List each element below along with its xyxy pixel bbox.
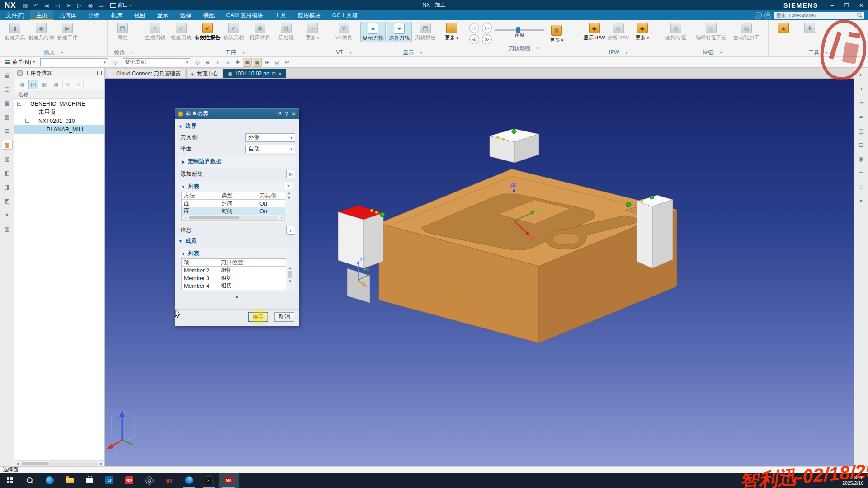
taskbar-nx[interactable]: NX (219, 473, 239, 488)
selection-bar-icon[interactable]: ▣ (243, 58, 252, 67)
tree-row[interactable]: PLANAR_MILL (14, 125, 104, 134)
qat-icon[interactable]: ↶ (32, 1, 41, 9)
pin-icon[interactable]: ⊡ (272, 71, 275, 76)
info-button[interactable]: i (286, 226, 295, 235)
play-backward-button[interactable]: ◁ (469, 23, 479, 33)
selection-bar-icon[interactable]: ⊞ (263, 58, 272, 67)
ribbon-button[interactable]: ◔更多 (439, 22, 464, 41)
ribbon-tab[interactable]: GC工具箱 (326, 10, 363, 20)
resource-bar-item[interactable]: ◨ (2, 182, 13, 192)
play-forward-button[interactable]: ▷ (482, 23, 492, 33)
ribbon-button[interactable]: ◇分析 IPW (607, 22, 630, 41)
resource-bar-item[interactable]: ◉ (856, 154, 867, 164)
tree-row[interactable]: − GENERIC_MACHINE (14, 99, 104, 108)
member-row[interactable]: Member 3 相切 (182, 274, 286, 282)
ribbon-tab[interactable]: 几何体 (53, 10, 82, 20)
qat-icon[interactable]: ▷ (75, 1, 84, 9)
scroll-right-arrow[interactable]: ► (98, 461, 104, 466)
taskbar-3d-viewer[interactable] (139, 473, 159, 488)
navigator-tool-icon[interactable]: ⊠ (74, 80, 84, 89)
dialog-collapse-arrow[interactable]: ▲ (179, 293, 295, 300)
resource-bar-item[interactable]: ▨ (2, 154, 13, 164)
ribbon-tab[interactable]: 文件(F) (0, 10, 30, 20)
selection-filter-icon[interactable]: ▽ (111, 58, 120, 67)
ribbon-button[interactable]: ◇编辑特征工艺 (694, 22, 728, 41)
qat-icon[interactable]: ➤ (64, 1, 73, 9)
command-search[interactable] (774, 12, 864, 19)
resource-bar-item[interactable]: ▰ (856, 112, 867, 122)
command-search-input[interactable] (774, 13, 857, 18)
ribbon-button[interactable]: ⋯更多 (300, 22, 325, 41)
dialog-close-icon[interactable]: ✕ (292, 111, 296, 117)
selection-bar-icon[interactable]: ◇ (193, 58, 202, 67)
selection-bar-icon[interactable]: ✚ (233, 58, 242, 67)
ribbon-button[interactable]: ✓检查刀轨 (169, 22, 194, 41)
scroll-left-arrow[interactable]: ◄ (14, 461, 21, 466)
tool-side-dropdown[interactable]: 外侧 (245, 133, 295, 142)
ribbon-group-label-operation[interactable]: 操作 (108, 48, 140, 56)
qat-icon[interactable]: ▭ (97, 1, 106, 9)
ribbon-button[interactable]: ▶创建工序 (55, 22, 80, 41)
jump-end-button[interactable]: ≫ (482, 34, 492, 44)
tab-part-file[interactable]: ▣ 1001.10.02.prt ⊡ ✕ (223, 69, 286, 78)
resource-bar-item[interactable]: ◐ (856, 70, 867, 80)
resource-bar-item[interactable]: ▦ (2, 98, 13, 108)
ribbon-button[interactable]: ◆显示 IPW (583, 22, 606, 41)
ribbon-tab[interactable]: 分析 (82, 10, 105, 20)
ribbon-button[interactable]: ◎查找特征 (659, 22, 693, 41)
ribbon-button[interactable]: ▣机床仿真 (247, 22, 273, 41)
ribbon-group-label-display[interactable]: 显示 (358, 48, 467, 56)
remove-boundary-icon[interactable]: ✕ (285, 183, 292, 189)
ribbon-button[interactable]: VVT仿真 (332, 22, 355, 41)
tab-discovery-center[interactable]: ◈ 发现中心 (186, 69, 223, 78)
ribbon-group-label-insert[interactable]: 插入 (0, 48, 107, 56)
ribbon-group-label-vt[interactable]: VT (330, 48, 358, 56)
resource-bar-item[interactable]: ◫ (856, 126, 867, 136)
taskbar-file-explorer[interactable] (60, 473, 80, 488)
navigator-tool-icon[interactable]: ▦ (17, 80, 27, 89)
window-menu[interactable]: 窗口 ▾ (110, 1, 132, 9)
section-list[interactable]: ▼列表 (181, 182, 292, 192)
speed-slider-thumb[interactable] (516, 27, 520, 33)
section-members[interactable]: ▼成员 (179, 235, 295, 247)
ribbon-button[interactable]: ◎自动孔加工 (729, 22, 764, 41)
section-members-list[interactable]: ▼列表 (181, 249, 292, 258)
resource-bar-item[interactable]: ▧ (2, 224, 13, 234)
selection-bar-icon[interactable]: ○ (213, 58, 222, 67)
member-row[interactable]: Member 4 相切 (182, 282, 286, 290)
feedback-smile-icon[interactable]: ☺ (755, 12, 762, 19)
tab-cloud-connect[interactable]: ◔ Cloud Connect 刀具管理器 (107, 69, 185, 78)
boundary-row[interactable]: 面 封闭 Ou (182, 200, 285, 207)
ribbon-button[interactable]: ≡显示刀轨 (360, 22, 386, 42)
ribbon-tab[interactable]: 主页 (30, 10, 53, 20)
ribbon-button[interactable]: +选择刀轨 (387, 22, 412, 42)
ribbon-tab[interactable]: 选择 (174, 10, 197, 20)
taskbar-browser[interactable] (179, 473, 199, 488)
ribbon-tab[interactable]: CAM 应用模块 (220, 10, 269, 20)
feedback-frown-icon[interactable]: ☹ (764, 12, 771, 19)
scrollbar-thumb[interactable] (22, 462, 49, 465)
navigator-horizontal-scrollbar[interactable]: ◄ ► (14, 460, 104, 466)
members-vscroll[interactable]: ▲▼ (287, 266, 293, 283)
ribbon-tab[interactable]: 机床 (105, 10, 128, 20)
ok-button[interactable]: 确定 (248, 312, 268, 322)
selection-bar-icon[interactable]: ◎ (273, 58, 282, 67)
navigator-tool-icon[interactable]: ▤ (28, 80, 38, 89)
resource-bar-item[interactable]: ⊞ (2, 126, 13, 136)
taskbar-wps[interactable]: W (159, 473, 179, 488)
qat-icon[interactable]: ▣ (42, 1, 52, 9)
resource-bar-item[interactable]: ▩ (2, 140, 13, 150)
dialog-help-icon[interactable]: ? (285, 111, 288, 117)
resource-bar-item[interactable]: ◩ (2, 196, 13, 206)
ribbon-button[interactable]: ▮创建刀具 (2, 22, 28, 41)
ribbon-button[interactable]: ▥后处理 (274, 22, 299, 41)
selection-bar-icon[interactable]: ⊕ (203, 58, 212, 67)
taskbar-clock[interactable]: 8:26 2025/2/16 (842, 473, 868, 488)
ribbon-button[interactable]: ✚ (797, 22, 822, 34)
resource-bar-item[interactable]: ▱ (856, 98, 867, 108)
tree-expander[interactable] (33, 127, 38, 131)
selection-bar-icon[interactable]: ⊙ (223, 58, 232, 67)
navigator-tool-icon[interactable]: ⊖ (62, 80, 72, 89)
ribbon-group-label-tools[interactable]: 工具 (769, 48, 868, 56)
member-row[interactable]: Member 2 相切 (182, 267, 286, 274)
